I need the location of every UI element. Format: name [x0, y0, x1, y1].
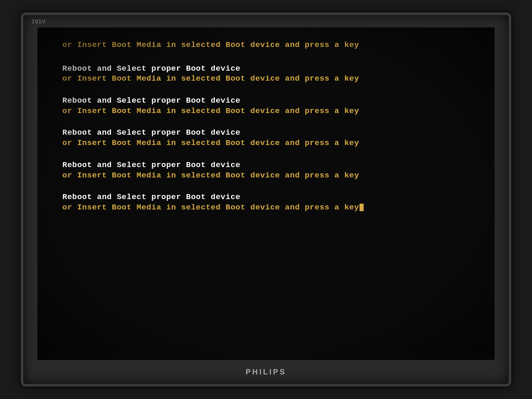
message-group-1: Reboot and Select proper Boot device or … — [62, 64, 470, 84]
reboot-line-2: Reboot and Select proper Boot device — [62, 96, 470, 106]
monitor: 191V or Insert Boot Media in selected Bo… — [21, 12, 511, 387]
insert-line-1: or Insert Boot Media in selected Boot de… — [62, 74, 470, 84]
message-group-2: Reboot and Select proper Boot device or … — [62, 96, 470, 116]
monitor-model: 191V — [32, 18, 46, 25]
insert-line-4: or Insert Boot Media in selected Boot de… — [62, 170, 470, 181]
message-group-4: Reboot and Select proper Boot device or … — [62, 160, 470, 180]
first-line: or Insert Boot Media in selected Boot de… — [62, 40, 470, 50]
reboot-line-5: Reboot and Select proper Boot device — [62, 192, 470, 202]
message-group-3: Reboot and Select proper Boot device or … — [62, 128, 470, 148]
reboot-line-4: Reboot and Select proper Boot device — [62, 160, 470, 170]
first-message-group: or Insert Boot Media in selected Boot de… — [62, 40, 470, 50]
monitor-brand: PHILIPS — [246, 368, 286, 377]
insert-line-2: or Insert Boot Media in selected Boot de… — [62, 106, 470, 116]
cursor — [360, 204, 364, 211]
message-group-5: Reboot and Select proper Boot device or … — [62, 192, 470, 212]
insert-line-3: or Insert Boot Media in selected Boot de… — [62, 138, 470, 148]
insert-line-5: or Insert Boot Media in selected Boot de… — [62, 202, 470, 213]
reboot-line-1: Reboot and Select proper Boot device — [62, 64, 470, 74]
reboot-line-3: Reboot and Select proper Boot device — [62, 128, 470, 138]
screen: or Insert Boot Media in selected Boot de… — [37, 27, 495, 360]
